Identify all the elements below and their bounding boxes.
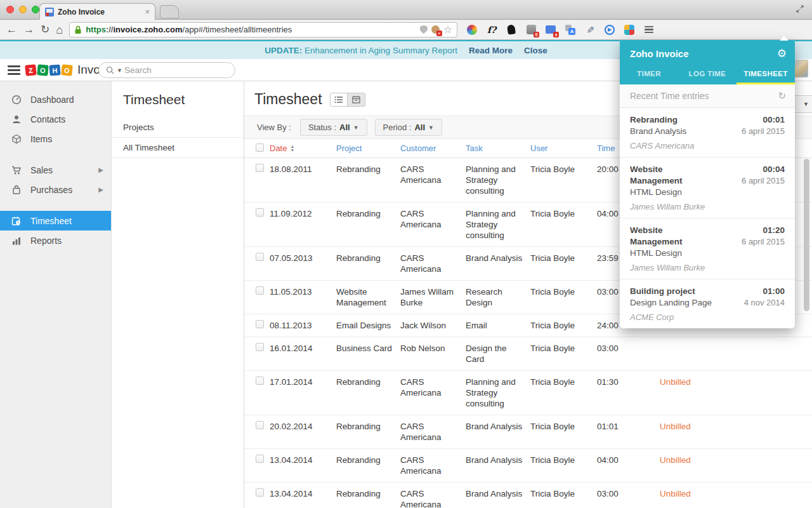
function-query-icon[interactable]: f? xyxy=(486,24,497,36)
sidebar-item-sales[interactable]: Sales ▶ xyxy=(0,160,111,180)
column-header-user[interactable]: User xyxy=(530,144,597,153)
bookmark-star-icon[interactable]: ☆ xyxy=(443,23,452,36)
play-circle-icon[interactable]: ▶ xyxy=(604,24,615,36)
entry-customer: James Willam Burke xyxy=(630,201,714,212)
chrome-menu-icon[interactable] xyxy=(645,26,653,34)
entry-task: Brand Analysis xyxy=(630,126,714,137)
panel-item-projects[interactable]: Projects xyxy=(112,117,244,138)
column-header-date[interactable]: Date▲▼ xyxy=(270,144,336,153)
table-row[interactable]: 13.04.2014RebrandingCARS AmericanaBrand … xyxy=(244,483,812,508)
row-checkbox[interactable] xyxy=(256,488,264,497)
row-checkbox[interactable] xyxy=(256,320,264,328)
sidebar-item-timesheet[interactable]: Timesheet xyxy=(0,211,111,231)
calendar-view-button[interactable] xyxy=(348,93,365,107)
row-checkbox[interactable] xyxy=(256,377,264,385)
tab-close-icon[interactable]: × xyxy=(145,8,150,16)
content-shield-icon[interactable] xyxy=(420,25,428,34)
eyedropper-icon[interactable]: ✎ xyxy=(584,24,596,36)
page-title: Timesheet xyxy=(254,91,322,108)
row-checkbox[interactable] xyxy=(256,455,264,463)
cell-date: 16.01.2014 xyxy=(270,337,336,370)
panel-title: Timesheet xyxy=(112,81,244,117)
zoho-extension-icon[interactable] xyxy=(624,24,635,36)
color-wheel-icon[interactable] xyxy=(466,24,478,36)
browser-tab[interactable]: Zoho Invoice × xyxy=(39,3,155,20)
row-checkbox[interactable] xyxy=(256,208,264,217)
app-menu-icon[interactable] xyxy=(8,65,20,75)
cell-time: 01:01 xyxy=(597,415,636,448)
row-checkbox[interactable] xyxy=(256,343,264,351)
cell-user: Tricia Boyle xyxy=(530,371,597,415)
gear-icon[interactable]: ⚙ xyxy=(777,47,787,60)
zoho-extension-popup: Zoho Invoice ⚙ TIMER LOG TIME TIMESHEET … xyxy=(620,40,795,328)
translate-icon[interactable]: A xyxy=(565,24,576,36)
column-header-task[interactable]: Task xyxy=(466,144,530,153)
entry-date: 4 nov 2014 xyxy=(714,297,785,309)
address-bar[interactable]: https://invoice.zoho.com/app#/timesheet/… xyxy=(69,22,457,37)
entry-date: 6 april 2015 xyxy=(714,126,785,137)
close-notification-link[interactable]: Close xyxy=(524,46,547,55)
close-window-button[interactable] xyxy=(6,6,14,13)
list-view-button[interactable] xyxy=(330,93,348,107)
cell-date: 11.05.2013 xyxy=(270,281,336,314)
entry-customer: CARS Americana xyxy=(630,140,714,151)
row-checkbox[interactable] xyxy=(256,164,264,172)
entry-time: 00:01 xyxy=(714,114,785,126)
read-more-link[interactable]: Read More xyxy=(469,46,513,55)
row-checkbox[interactable] xyxy=(256,253,264,261)
window-resize-icon[interactable] xyxy=(796,4,804,13)
search-scope-caret-icon[interactable]: ▼ xyxy=(117,67,122,74)
row-checkbox[interactable] xyxy=(256,421,264,429)
period-filter-button[interactable]: Period :All▼ xyxy=(375,119,442,136)
home-icon[interactable]: ⌂ xyxy=(56,24,63,36)
table-row[interactable]: 16.01.2014Business CardRob NelsonDesign … xyxy=(244,337,812,371)
select-all-checkbox[interactable] xyxy=(256,144,264,152)
forward-icon[interactable]: → xyxy=(23,24,34,35)
page-scrollbar[interactable] xyxy=(804,159,809,311)
list-view-icon xyxy=(334,96,343,104)
cookie-blocked-icon[interactable] xyxy=(431,25,440,34)
cell-task: Planning and Strategy consulting xyxy=(466,158,530,202)
refresh-icon[interactable]: ↻ xyxy=(778,90,786,102)
sidebar-item-purchases[interactable]: Purchases ▶ xyxy=(0,180,111,199)
table-row[interactable]: 13.04.2014RebrandingCARS AmericanaBrand … xyxy=(244,449,812,483)
recent-entries-list: RebrandingBrand AnalysisCARS Americana00… xyxy=(620,108,795,328)
table-row[interactable]: 17.01.2014RebrandingCARS AmericanaPlanni… xyxy=(244,371,812,415)
recent-entry[interactable]: Website ManagementHTML DesignJames Willa… xyxy=(620,218,795,279)
tab-timer[interactable]: TIMER xyxy=(620,64,678,84)
recent-entry[interactable]: Website ManagementHTML DesignJames Willa… xyxy=(620,157,795,218)
global-search[interactable]: ▼ xyxy=(98,62,235,78)
minimize-window-button[interactable] xyxy=(19,6,27,13)
recent-entries-label: Recent Time entries xyxy=(630,91,778,101)
new-tab-button[interactable] xyxy=(160,5,179,18)
ghost-icon[interactable] xyxy=(506,24,517,36)
recent-entry[interactable]: Building projectDesign Landing PageACME … xyxy=(620,279,795,328)
sidebar-item-reports[interactable]: Reports xyxy=(0,231,111,250)
table-row[interactable]: 20.02.2014RebrandingCARS AmericanaBrand … xyxy=(244,415,812,449)
blocked-box-icon[interactable]: x xyxy=(545,24,556,36)
sidebar-item-contacts[interactable]: Contacts xyxy=(0,109,111,129)
row-checkbox[interactable] xyxy=(256,286,264,295)
search-input[interactable] xyxy=(124,65,207,75)
sort-icon: ▲▼ xyxy=(290,145,294,152)
contacts-icon xyxy=(11,114,22,124)
zoom-window-button[interactable] xyxy=(32,6,39,13)
entry-task: HTML Design xyxy=(630,187,714,198)
reports-icon xyxy=(11,236,22,246)
tab-timesheet[interactable]: TIMESHEET xyxy=(737,64,795,84)
panel-item-all-timesheet[interactable]: All Timesheet xyxy=(112,138,244,158)
reload-icon[interactable]: ↻ xyxy=(41,24,49,35)
sidebar-item-dashboard[interactable]: Dashboard xyxy=(0,90,111,109)
cell-date: 20.02.2014 xyxy=(270,415,336,448)
column-header-customer[interactable]: Customer xyxy=(400,144,466,153)
recent-entry[interactable]: RebrandingBrand AnalysisCARS Americana00… xyxy=(620,108,795,157)
back-icon[interactable]: ← xyxy=(6,24,17,35)
tab-log-time[interactable]: LOG TIME xyxy=(678,64,737,84)
popup-header: Zoho Invoice ⚙ TIMER LOG TIME TIMESHEET xyxy=(620,40,795,84)
status-filter-button[interactable]: Status :All▼ xyxy=(300,119,367,136)
box-counter-icon[interactable]: 0 xyxy=(525,24,537,36)
cell-user: Tricia Boyle xyxy=(530,415,597,448)
cell-time: 03:00 xyxy=(597,483,636,508)
sidebar-item-items[interactable]: Items xyxy=(0,129,111,149)
column-header-project[interactable]: Project xyxy=(336,144,400,153)
